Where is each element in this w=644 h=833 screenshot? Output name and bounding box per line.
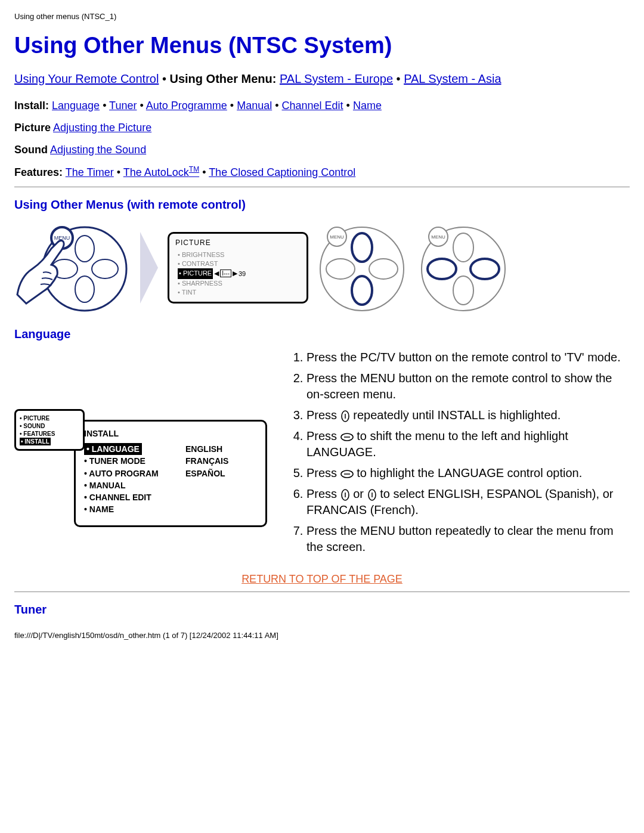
link-manual[interactable]: Manual — [237, 100, 272, 112]
install-label: Install: — [14, 100, 49, 112]
osd-picture-menu: PICTURE • BRIGHTNESS • CONTRAST • PICTUR… — [168, 232, 308, 304]
osd-item: • BRIGHTNESS — [178, 250, 301, 259]
step: Press repeatedly until INSTALL is highli… — [306, 407, 630, 423]
svg-point-10 — [326, 259, 355, 279]
svg-text:MENU: MENU — [330, 234, 344, 240]
cursor-right-icon — [340, 432, 354, 442]
svg-point-16 — [453, 276, 473, 305]
svg-point-11 — [369, 259, 398, 279]
svg-point-17 — [428, 259, 456, 279]
footer-path: file:///D|/TV/english/150mt/osd/n_other.… — [14, 631, 630, 640]
small-menu-card: • PICTURE • SOUND • FEATURES • INSTALL — [14, 409, 85, 451]
osd-title: PICTURE — [175, 239, 301, 247]
svg-point-8 — [352, 233, 372, 262]
install-menu-illustration: • PICTURE • SOUND • FEATURES • INSTALL I… — [14, 409, 265, 540]
svg-point-2 — [75, 276, 94, 302]
link-remote-control[interactable]: Using Your Remote Control — [14, 72, 159, 85]
link-adjusting-sound[interactable]: Adjusting the Sound — [50, 144, 146, 156]
link-channel-edit[interactable]: Channel Edit — [282, 100, 343, 112]
link-closed-captioning[interactable]: The Closed Captioning Control — [209, 166, 355, 178]
svg-text:MENU: MENU — [431, 234, 445, 240]
page-title: Using Other Menus (NTSC System) — [14, 33, 630, 58]
install-line: Install: Language • Tuner • Auto Program… — [14, 98, 630, 114]
link-autolock[interactable]: The AutoLockTM — [123, 166, 199, 178]
sound-line: Sound Adjusting the Sound — [14, 142, 630, 158]
picture-line: Picture Adjusting the Picture — [14, 120, 630, 136]
link-adjusting-picture[interactable]: Adjusting the Picture — [53, 122, 151, 134]
step: Press to shift the menu to the left and … — [306, 428, 630, 460]
link-language[interactable]: Language — [52, 100, 100, 112]
language-steps: Press the PC/TV button on the remote con… — [283, 349, 630, 560]
step: Press or to select ENGLISH, ESPANOL (Spa… — [306, 486, 630, 518]
osd-item: • TINT — [178, 288, 301, 297]
remote-illustration-row: MENU PICTURE • BRIGHTNESS • CONTRAST • P… — [14, 220, 630, 315]
step: Press the PC/TV button on the remote con… — [306, 349, 630, 366]
divider — [14, 187, 630, 187]
return-to-top-link[interactable]: RETURN TO TOP OF THE PAGE — [242, 573, 402, 585]
header-path: Using other menus (NTSC_1) — [14, 12, 630, 21]
osd-item: • CONTRAST — [178, 259, 301, 268]
remote-hand-icon: MENU — [14, 220, 131, 315]
picture-label: Picture — [14, 122, 51, 134]
cursor-down-icon — [367, 489, 377, 501]
osd-item-selected: • PICTURE — [178, 268, 213, 278]
features-line: Features: The Timer • The AutoLockTM • T… — [14, 164, 630, 181]
svg-point-15 — [453, 233, 473, 262]
svg-point-4 — [92, 259, 118, 278]
big-menu-card: INSTALL • LANGUAGE • TUNER MODE • AUTO P… — [74, 420, 267, 527]
link-pal-asia[interactable]: PAL System - Asia — [404, 72, 501, 85]
svg-point-1 — [75, 236, 94, 262]
big-card-title: INSTALL — [84, 429, 257, 438]
step: Press the MENU button on the remote cont… — [306, 370, 630, 402]
cursor-down-icon — [340, 410, 350, 422]
arrow-right-icon — [140, 232, 158, 304]
cursor-up-icon — [340, 489, 350, 501]
section-remote-heading: Using Other Menus (with remote control) — [14, 198, 630, 212]
link-name[interactable]: Name — [353, 100, 382, 112]
osd-item: • SHARPNESS — [178, 279, 301, 288]
remote-leftright-icon: MENU — [416, 220, 511, 315]
link-auto-programme[interactable]: Auto Programme — [146, 100, 227, 112]
section-language-heading: Language — [14, 327, 630, 341]
link-timer[interactable]: The Timer — [66, 166, 114, 178]
features-label: Features: — [14, 166, 63, 178]
link-pal-europe[interactable]: PAL System - Europe — [280, 72, 393, 85]
svg-point-9 — [352, 276, 372, 305]
step: Press the MENU button repeatedly to clea… — [306, 523, 630, 555]
svg-point-18 — [470, 259, 499, 279]
cursor-right-icon — [340, 469, 354, 479]
sound-label: Sound — [14, 144, 48, 156]
top-nav: Using Your Remote Control • Using Other … — [14, 70, 630, 87]
step: Press to highlight the LANGUAGE control … — [306, 465, 630, 481]
section-tuner-heading: Tuner — [14, 603, 630, 617]
other-menu-label: Using Other Menu: — [169, 72, 276, 85]
divider — [14, 592, 630, 592]
remote-updown-icon: MENU — [314, 220, 410, 315]
link-tuner[interactable]: Tuner — [109, 100, 137, 112]
